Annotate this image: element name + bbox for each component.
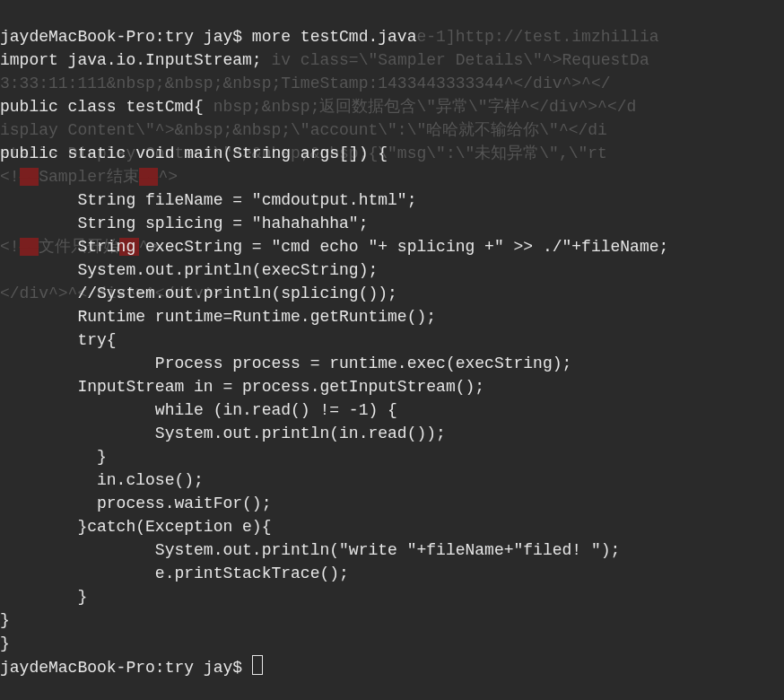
code-line: } xyxy=(0,634,10,652)
code-line: e.printStackTrace(); xyxy=(0,564,349,582)
code-line: Runtime runtime=Runtime.getRuntime(); xyxy=(0,308,436,326)
code-line: InputStream in = process.getInputStream(… xyxy=(0,378,484,396)
code-line: import java.io.InputStream; xyxy=(0,51,262,69)
code-line: process.waitFor(); xyxy=(0,494,271,512)
code-line: String fileName = "cmdoutput.html"; xyxy=(0,191,416,209)
code-line: System.out.println("write "+fileName+"fi… xyxy=(0,541,620,559)
code-line: while (in.read() != -1) { xyxy=(0,401,397,419)
code-line: try{ xyxy=(0,331,117,349)
terminal-prompt-line[interactable]: jaydeMacBook-Pro:try jay$ xyxy=(0,659,263,677)
code-line: public class testCmd{ xyxy=(0,98,204,116)
terminal-output[interactable]: jaydeMacBook-Pro:try jay$ more testCmd.j… xyxy=(0,0,784,700)
cursor-icon xyxy=(252,655,263,675)
code-line: System.out.println(in.read()); xyxy=(0,424,446,442)
code-line: }catch(Exception e){ xyxy=(0,518,271,536)
code-line: in.close(); xyxy=(0,471,204,489)
code-line: } xyxy=(0,611,10,629)
terminal-prompt: jaydeMacBook-Pro:try jay$ xyxy=(0,659,252,677)
code-line: //System.out.println(splicing()); xyxy=(0,284,397,302)
code-line: Process process = runtime.exec(execStrin… xyxy=(0,354,571,372)
code-line: public static void main(String args[]) { xyxy=(0,144,388,162)
code-line: } xyxy=(0,588,87,606)
code-line: } xyxy=(0,448,107,466)
terminal-prompt-line: jaydeMacBook-Pro:try jay$ more testCmd.j… xyxy=(0,28,416,46)
code-line: String execString = "cmd echo "+ splicin… xyxy=(0,238,668,256)
code-line: System.out.println(execString); xyxy=(0,261,378,279)
code-line: String splicing = "hahahahha"; xyxy=(0,214,368,232)
